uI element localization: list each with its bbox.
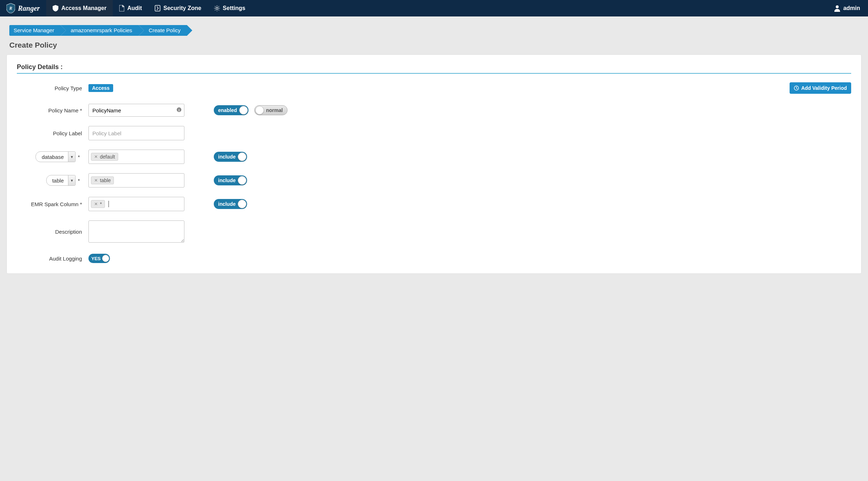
required-asterisk: * <box>78 178 80 184</box>
select-text: database <box>36 154 68 160</box>
label-policy-type: Policy Type <box>17 85 88 91</box>
section-title: Policy Details : <box>17 63 851 74</box>
svg-point-3 <box>836 5 839 8</box>
row-policy-label: Policy Label <box>17 126 851 140</box>
tag-remove[interactable]: ✕ <box>94 178 98 183</box>
table-select[interactable]: table ▼ <box>46 175 76 186</box>
row-policy-type: Policy Type Access Add Validity Period <box>17 82 851 94</box>
svg-point-2 <box>216 7 218 9</box>
enabled-toggle[interactable]: enabled <box>214 105 249 115</box>
page-title: Create Policy <box>9 41 868 49</box>
row-emr-spark-column: EMR Spark Column * ✕ * include <box>17 197 851 211</box>
tag-remove[interactable]: ✕ <box>94 154 98 159</box>
label-emr-spark-column: EMR Spark Column * <box>17 201 88 207</box>
svg-text:R: R <box>9 6 12 11</box>
nav-label: Access Manager <box>61 5 106 11</box>
required-asterisk: * <box>78 154 80 160</box>
toggle-knob <box>238 176 246 185</box>
nav-label: Security Zone <box>163 5 201 11</box>
tag-table: ✕ table <box>91 176 114 184</box>
toggle-knob <box>102 255 109 262</box>
row-policy-name: Policy Name * i enabled normal <box>17 104 851 117</box>
brand-logo[interactable]: R Ranger <box>0 3 46 13</box>
add-validity-button[interactable]: Add Validity Period <box>790 82 851 94</box>
top-nav: R Ranger Access Manager Audit Security Z… <box>0 0 868 16</box>
brand-name: Ranger <box>18 4 40 13</box>
database-tag-input[interactable]: ✕ default <box>88 150 184 164</box>
document-icon <box>119 5 124 11</box>
include-toggle-database[interactable]: include <box>214 152 247 162</box>
nav-settings[interactable]: Settings <box>208 0 252 16</box>
label-policy-label: Policy Label <box>17 130 88 136</box>
user-icon <box>834 5 840 12</box>
policy-label-input[interactable] <box>88 126 184 140</box>
row-description: Description <box>17 220 851 243</box>
nav-label: Settings <box>223 5 245 11</box>
include-toggle-table[interactable]: include <box>214 175 247 185</box>
label-policy-name: Policy Name * <box>17 107 88 113</box>
clock-icon <box>794 86 799 91</box>
column-tag-input[interactable]: ✕ * <box>88 197 184 211</box>
nav-label: Audit <box>127 5 142 11</box>
button-label: Add Validity Period <box>801 85 847 91</box>
svg-text:i: i <box>179 108 180 112</box>
zone-icon <box>155 5 160 11</box>
database-select[interactable]: database ▼ <box>35 151 76 162</box>
breadcrumb-create-policy[interactable]: Create Policy <box>139 25 187 36</box>
label-description: Description <box>17 229 88 235</box>
toggle-knob <box>255 106 264 115</box>
breadcrumb: Service Manager amazonemrspark Policies … <box>9 25 868 36</box>
chevron-down-icon: ▼ <box>68 152 75 162</box>
toggle-label: include <box>218 154 238 160</box>
description-textarea[interactable] <box>88 220 184 243</box>
tag-label: table <box>100 178 111 183</box>
nav-access-manager[interactable]: Access Manager <box>46 0 113 16</box>
gear-icon <box>214 5 220 11</box>
tag-remove[interactable]: ✕ <box>94 201 98 207</box>
shield-icon: R <box>6 3 15 13</box>
tag-label: default <box>100 154 115 160</box>
select-text: table <box>47 178 68 184</box>
policy-name-input[interactable] <box>88 104 184 117</box>
toggle-label: enabled <box>218 107 239 113</box>
toggle-label: YES <box>91 256 102 261</box>
normal-toggle[interactable]: normal <box>254 105 288 115</box>
toggle-label: include <box>218 178 238 183</box>
label-audit-logging: Audit Logging <box>17 256 88 262</box>
info-icon[interactable]: i <box>177 107 182 113</box>
breadcrumb-policies[interactable]: amazonemrspark Policies <box>61 25 139 36</box>
tag-label: * <box>100 201 102 207</box>
tag-star: ✕ * <box>91 200 105 208</box>
breadcrumb-service-manager[interactable]: Service Manager <box>9 25 61 36</box>
table-tag-input[interactable]: ✕ table <box>88 173 184 188</box>
svg-rect-1 <box>155 5 160 11</box>
shield-icon <box>53 5 58 11</box>
audit-logging-toggle[interactable]: YES <box>88 254 110 263</box>
toggle-label: include <box>218 201 238 207</box>
policy-panel: Policy Details : Policy Type Access Add … <box>6 54 862 274</box>
toggle-knob <box>238 200 246 208</box>
text-cursor <box>108 201 109 207</box>
row-audit-logging: Audit Logging YES <box>17 252 851 265</box>
nav-security-zone[interactable]: Security Zone <box>148 0 208 16</box>
policy-type-badge: Access <box>88 84 113 92</box>
nav-audit[interactable]: Audit <box>113 0 148 16</box>
include-toggle-column[interactable]: include <box>214 199 247 209</box>
chevron-down-icon: ▼ <box>68 175 75 185</box>
row-table: table ▼ * ✕ table include <box>17 173 851 188</box>
toggle-knob <box>238 152 246 161</box>
tag-default: ✕ default <box>91 153 118 161</box>
toggle-knob <box>239 106 248 115</box>
row-database: database ▼ * ✕ default include <box>17 150 851 164</box>
toggle-label: normal <box>264 107 283 113</box>
nav-user[interactable]: admin <box>826 5 868 12</box>
user-label: admin <box>843 5 860 11</box>
